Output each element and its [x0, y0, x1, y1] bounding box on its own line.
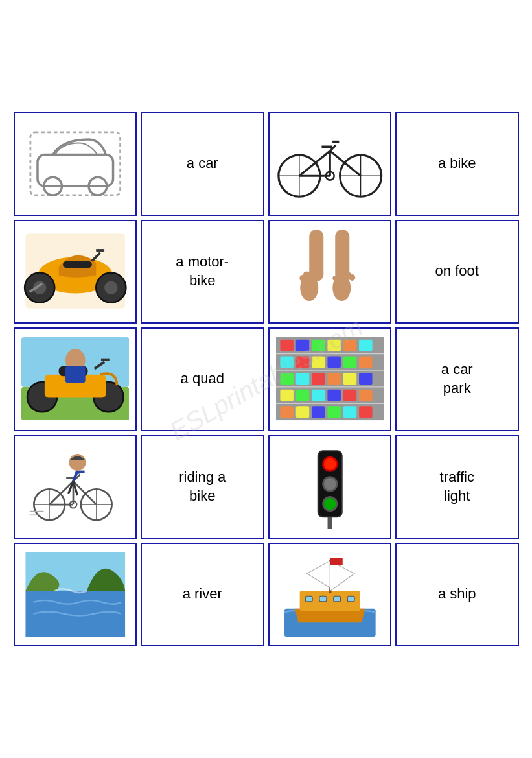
ridingbike-text: riding abike: [179, 468, 226, 505]
svg-point-33: [316, 275, 321, 280]
card-bike-icon: [268, 112, 392, 216]
svg-rect-72: [343, 373, 356, 385]
svg-rect-116: [25, 591, 125, 637]
svg-rect-67: [359, 357, 372, 368]
svg-rect-73: [359, 373, 372, 385]
svg-point-113: [323, 497, 336, 510]
card-motorbike-label: a motor-bike: [141, 220, 264, 324]
svg-rect-120: [330, 558, 343, 565]
ship-text: a ship: [438, 585, 476, 604]
svg-rect-81: [295, 407, 308, 418]
card-bike-label: a bike: [395, 112, 519, 216]
svg-rect-84: [343, 407, 356, 418]
card-trafficlight-label: trafficlight: [395, 435, 519, 539]
svg-rect-121: [305, 596, 312, 602]
svg-rect-56: [280, 340, 293, 351]
svg-rect-61: [359, 340, 372, 351]
svg-line-102: [77, 471, 84, 473]
card-ridingbike-icon: [14, 435, 137, 539]
card-ship-icon: [268, 543, 392, 646]
svg-rect-124: [347, 596, 354, 602]
svg-rect-75: [295, 390, 308, 401]
card-river-icon: [14, 543, 137, 646]
quad-text: a quad: [181, 370, 224, 388]
card-quad-icon: [14, 327, 137, 431]
card-car-icon: [14, 112, 137, 216]
svg-rect-57: [295, 340, 308, 351]
river-text: a river: [183, 585, 222, 604]
motorbike-text: a motor-bike: [176, 253, 229, 290]
svg-rect-63: [295, 357, 308, 368]
card-trafficlight-icon: [268, 435, 392, 539]
svg-rect-123: [333, 596, 340, 602]
svg-point-23: [104, 281, 117, 294]
svg-rect-78: [343, 390, 356, 401]
svg-rect-70: [312, 373, 325, 385]
svg-rect-76: [312, 390, 325, 401]
svg-rect-79: [359, 390, 372, 401]
svg-rect-60: [343, 340, 356, 351]
svg-rect-82: [312, 407, 325, 418]
svg-point-40: [349, 274, 355, 281]
svg-rect-68: [280, 373, 293, 385]
carpark-text: a carpark: [441, 361, 473, 397]
svg-line-101: [73, 471, 78, 481]
svg-rect-77: [327, 390, 340, 401]
svg-rect-48: [65, 366, 85, 383]
svg-rect-71: [327, 373, 340, 385]
bike-text: a bike: [438, 154, 476, 173]
card-carpark-icon: [268, 327, 392, 431]
onfoot-text: on foot: [435, 262, 479, 281]
svg-rect-64: [312, 357, 325, 368]
svg-rect-85: [359, 407, 372, 418]
svg-rect-1: [37, 155, 113, 187]
svg-point-111: [323, 478, 336, 490]
card-ridingbike-label: riding abike: [141, 435, 264, 539]
svg-rect-62: [280, 357, 293, 368]
card-car-label: a car: [141, 112, 264, 216]
svg-rect-80: [280, 407, 293, 418]
card-carpark-label: a carpark: [395, 327, 519, 431]
svg-rect-65: [327, 357, 340, 368]
card-ship-label: a ship: [395, 543, 519, 646]
card-onfoot-label: on foot: [395, 220, 519, 324]
flashcard-grid: a car: [14, 112, 519, 646]
svg-rect-66: [343, 357, 356, 368]
svg-rect-58: [312, 340, 325, 351]
svg-point-109: [323, 458, 336, 470]
card-feet-icon: [268, 220, 392, 324]
svg-rect-122: [319, 596, 327, 602]
svg-rect-59: [327, 340, 340, 351]
svg-rect-83: [327, 407, 340, 418]
svg-rect-74: [280, 390, 293, 401]
card-river-label: a river: [141, 543, 264, 646]
card-motorbike-icon: [14, 220, 137, 324]
trafficlight-text: trafficlight: [440, 468, 474, 505]
svg-rect-69: [295, 373, 308, 385]
card-quad-label: a quad: [141, 327, 264, 431]
svg-rect-114: [327, 517, 332, 529]
car-text: a car: [187, 154, 218, 173]
svg-rect-24: [63, 261, 92, 268]
